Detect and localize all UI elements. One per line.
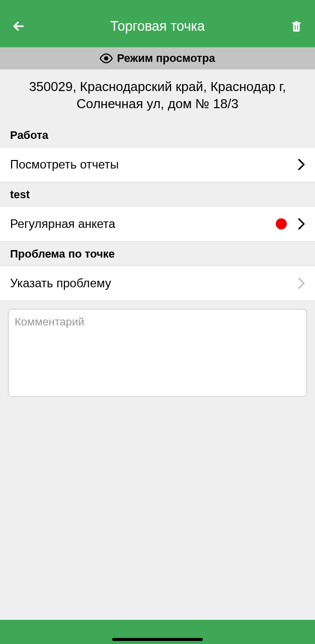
list-item-label: Указать проблему <box>10 276 111 290</box>
svg-point-3 <box>105 57 108 60</box>
app-header: Торговая точка <box>0 0 315 47</box>
chevron-right-icon <box>298 218 305 229</box>
view-reports-item[interactable]: Посмотреть отчеты <box>0 147 315 182</box>
chevron-right-icon <box>298 159 305 170</box>
eye-icon <box>100 52 113 65</box>
comment-box <box>8 309 307 397</box>
chevron-right-icon <box>298 278 305 289</box>
svg-rect-1 <box>295 25 296 30</box>
home-indicator <box>112 638 203 641</box>
section-header-test: test <box>0 182 315 206</box>
section-header-work: Работа <box>0 123 315 147</box>
status-dot-icon <box>276 218 287 229</box>
list-item-label: Посмотреть отчеты <box>10 157 119 172</box>
section-header-problem: Проблема по точке <box>0 242 315 266</box>
view-mode-bar: Режим просмотра <box>0 47 315 69</box>
svg-rect-2 <box>297 25 298 30</box>
back-button[interactable] <box>11 19 26 34</box>
regular-survey-item[interactable]: Регулярная анкета <box>0 206 315 242</box>
view-mode-label: Режим просмотра <box>117 52 215 65</box>
delete-button[interactable] <box>289 19 304 34</box>
report-problem-item[interactable]: Указать проблему <box>0 266 315 301</box>
comment-input[interactable] <box>15 315 300 390</box>
bottom-bar <box>0 620 315 644</box>
list-item-label: Регулярная анкета <box>10 217 115 231</box>
page-title: Торговая точка <box>26 19 289 34</box>
address-text: 350029, Краснодарский край, Краснодар г,… <box>0 69 315 123</box>
